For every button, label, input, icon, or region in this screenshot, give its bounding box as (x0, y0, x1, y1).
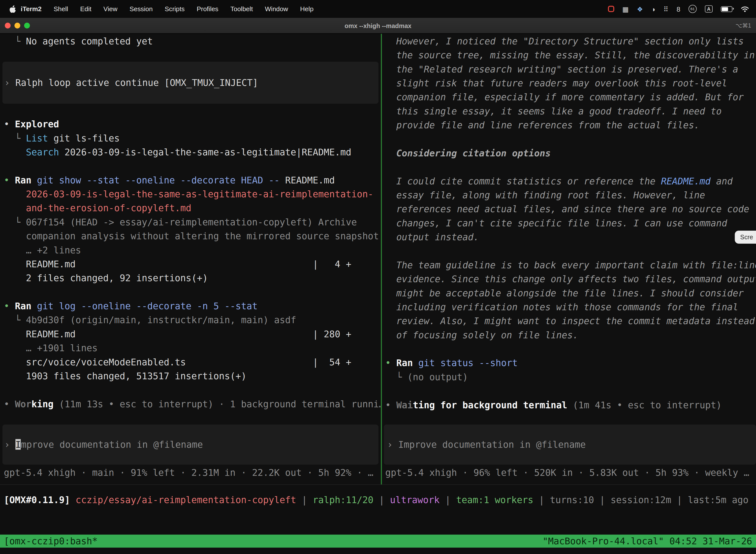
menu-session[interactable]: Session (129, 5, 152, 12)
battery-icon[interactable] (721, 6, 733, 12)
terminal-line: this single essay, it seems like a good … (382, 104, 756, 118)
right-terminal-pane[interactable]: However, I noticed the "Directory Struct… (382, 34, 756, 485)
terminal-line: provide file and line references from th… (382, 118, 756, 132)
explored-header: • Explored (0, 117, 381, 131)
text-segment: git status --short (413, 357, 517, 368)
text-segment: Ralph loop active continue [OMX_TMUX_INJ… (15, 77, 258, 88)
tmux-status-bar: [omx-cczip0:bash* "MacBook-Pro-44.local"… (0, 535, 756, 548)
text-segment: No agents completed yet (26, 36, 153, 46)
terminal-line: └ 4b9d30f (origin/main, instructkr/main,… (0, 313, 381, 327)
menu-window[interactable]: Window (265, 5, 288, 12)
text-segment: └ (4, 36, 26, 46)
left-body-lines: • Explored └ List git ls-files Search 20… (0, 117, 381, 411)
terminal-line: 1903 files changed, 513517 insertions(+) (0, 369, 381, 383)
text-segment: output instead. (385, 232, 479, 242)
spark-icon[interactable]: ❖ (637, 5, 643, 12)
wifi-icon[interactable] (741, 5, 749, 12)
terminal-line: The team guideline is to back every impo… (382, 258, 756, 272)
text-segment: | (594, 494, 611, 505)
menu-view[interactable]: View (104, 5, 117, 12)
ralph-loop-line: › Ralph loop active continue [OMX_TMUX_I… (2, 76, 378, 90)
text-segment: git log --oneline --decorate -n 5 --stat (32, 300, 258, 311)
left-top-lines: └ No agents completed yet (0, 34, 381, 48)
input-source-icon[interactable]: A (705, 5, 712, 12)
prompt-line: › Improve documentation in @filename (384, 438, 756, 451)
ran-git-show: • Ran git show --stat --oneline --decora… (0, 173, 381, 187)
terminal-line (0, 383, 381, 397)
text-segment: this single essay, it seems like a good … (385, 106, 721, 116)
text-segment: Ran (396, 357, 413, 368)
terminal-line: might be acceptable alongside the file l… (382, 286, 756, 300)
terminal-line: output instead. (382, 230, 756, 244)
menu-scripts[interactable]: Scripts (165, 5, 185, 12)
text-segment: session:12m (611, 494, 672, 505)
text-segment: the source tree, missing the essay. Stil… (385, 50, 755, 60)
menu-iterm2[interactable]: iTerm2 (21, 5, 42, 12)
prompt-input-right[interactable]: › Improve documentation in @filename (384, 425, 756, 465)
menu-edit[interactable]: Edit (80, 5, 91, 12)
terminal-line: … +1901 lines (0, 341, 381, 355)
text-segment: … +2 lines (4, 245, 81, 256)
text-segment: including verification notes with those … (385, 301, 738, 312)
text-segment: README.md (661, 176, 711, 186)
text-segment: companion analysis without altering the … (4, 231, 379, 241)
screen-record-icon[interactable] (608, 6, 614, 12)
titlebar[interactable]: omx --xhigh --madmax ⌥⌘1 (0, 18, 756, 34)
text-segment: Wor (15, 399, 32, 409)
terminal-line: of focusing solely on file lines. (382, 328, 756, 342)
dots-grid-icon[interactable]: ⠿ (664, 5, 669, 12)
text-segment: review. Also, I might want to inspect th… (385, 316, 755, 326)
waiting-status: • Waiting for background terminal (1m 41… (382, 398, 756, 412)
menu-profiles[interactable]: Profiles (197, 5, 218, 12)
text-segment: git show --stat --oneline --decorate HEA… (32, 175, 285, 185)
text-segment: └ (4, 133, 26, 144)
terminal-line: evidence. Since this change only affects… (382, 272, 756, 286)
prompt-input-left[interactable]: › Improve documentation in @filename (2, 425, 378, 465)
text-segment: • (4, 119, 15, 129)
left-terminal-pane[interactable]: └ No agents completed yet › Ralph loop a… (0, 34, 381, 485)
text-segment: | (671, 494, 688, 505)
text-segment: 1903 files changed, 513517 insertions(+) (4, 371, 247, 381)
text-segment: turns:10 (550, 494, 594, 505)
half-circle-icon[interactable]: ◑ (651, 5, 655, 12)
screen-share-button[interactable]: Scre (735, 231, 756, 243)
menu-shell[interactable]: Shell (54, 5, 68, 12)
menu-toolbelt[interactable]: Toolbelt (231, 5, 253, 12)
terminal-line: and-the-erosion-of-copyleft.md (0, 201, 381, 215)
terminal-line: However, I noticed the "Directory Struct… (382, 34, 756, 48)
menu-help[interactable]: Help (300, 5, 314, 12)
text-segment: src/voice/voiceModeEnabled.ts | 54 + (4, 357, 352, 367)
left-model-status: gpt-5.4 xhigh · main · 91% left · 2.31M … (0, 466, 381, 480)
text-segment: companion file, especially if more comme… (385, 92, 744, 102)
text-segment: I (15, 439, 21, 450)
terminal-line: README.md | 280 + (0, 327, 381, 341)
terminal-line: 2026-03-09-is-legal-the-same-as-legitima… (0, 187, 381, 201)
battery-fill (722, 7, 728, 11)
terminal-line: Search 2026-03-09-is-legal-the-same-as-l… (0, 145, 381, 159)
tmux-session-label: [omx-cczip0:bash* (0, 535, 98, 548)
text-segment: slight risk that future readers may over… (385, 78, 727, 88)
terminal-line: └ 067f154 (HEAD -> essay/ai-reimplementa… (0, 215, 381, 229)
terminal-line: the source tree, missing the essay. Stil… (382, 48, 756, 62)
numeral-icon[interactable]: 8 (677, 5, 680, 12)
apple-menu-icon[interactable] (9, 5, 16, 13)
omx-status-bar: [OMX#0.11.9] cczip/essay/ai-reimplementa… (0, 485, 756, 507)
text-segment: (1m 41s • esc to interrupt) (567, 400, 722, 410)
text-segment: • (4, 300, 15, 311)
viewport: iTerm2ShellEditViewSessionScriptsProfile… (0, 0, 756, 554)
text-segment: Search (26, 147, 59, 157)
text-segment: and-the-erosion-of-copyleft.md (4, 203, 191, 213)
ran-git-log: • Ran git log --oneline --decorate -n 5 … (0, 299, 381, 313)
text-segment: • (385, 400, 396, 410)
text-segment: • (4, 175, 15, 185)
terminal-line: review. Also, I might want to inspect th… (382, 314, 756, 328)
terminal-line: └ (no output) (382, 370, 756, 384)
window-grid-icon[interactable]: ▦ (622, 5, 629, 12)
tmux-host-time: "MacBook-Pro-44.local" 04:52 31-Mar-26 (543, 535, 756, 548)
terminal-line: references need actual files, and since … (382, 202, 756, 216)
text-segment: references need actual files, and since … (385, 204, 749, 214)
prompt-line: › Improve documentation in @filename (2, 438, 378, 451)
battery-percent-icon[interactable]: 61 (689, 5, 697, 13)
text-segment: 2026-03-09-is-legal-the-same-as-legitima… (59, 147, 352, 157)
text-segment: · 1 background terminal runni… (213, 399, 381, 409)
